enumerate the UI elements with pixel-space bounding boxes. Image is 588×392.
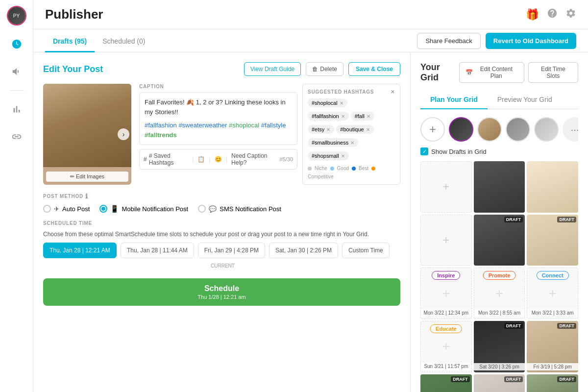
hashtag-tag-fall[interactable]: #fall✕ <box>351 112 374 121</box>
time-slot-0[interactable]: Thu, Jan 28 | 12:21 AM <box>43 243 117 258</box>
tab-preview-your-grid[interactable]: Preview Your Grid <box>488 91 562 109</box>
send-icon: ✈ <box>54 205 59 213</box>
time-slot-1[interactable]: Thu, Jan 28 | 11:44 AM <box>121 243 194 258</box>
edit-post-title: Edit Your Post <box>43 64 103 74</box>
time-slot-3[interactable]: Sat, Jan 30 | 2:26 PM <box>269 243 338 258</box>
custom-time-slot[interactable]: Custom Time <box>342 243 390 258</box>
show-drafts-checkbox[interactable]: ✓ <box>420 147 428 155</box>
grid-cell-4[interactable]: DRAFT <box>527 215 578 266</box>
edit-panel-header: Edit Your Post View Draft Guide 🗑 Delete… <box>43 62 400 76</box>
edit-panel-actions: View Draft Guide 🗑 Delete Save & Close <box>244 62 400 76</box>
draft-badge-6: DRAFT <box>557 323 576 329</box>
story-circle-2[interactable] <box>477 117 502 142</box>
trash-icon: 🗑 <box>312 66 318 73</box>
view-draft-guide-button[interactable]: View Draft Guide <box>244 62 301 76</box>
grid-cell-1[interactable] <box>474 161 525 213</box>
legend-competitive-label: Competitive <box>308 174 334 179</box>
mobile-post-option[interactable]: 📱 Mobile Notification Post <box>99 205 188 213</box>
hashtag-tag-smallbusiness[interactable]: #smallbusiness✕ <box>308 138 358 147</box>
inspire-time: Mon 3/22 | 12:34 pm <box>421 309 471 317</box>
story-circle-1[interactable] <box>449 117 473 142</box>
grid-cell-promote[interactable]: Promote Mon 3/22 | 8:55 am + <box>474 268 525 319</box>
settings-icon[interactable] <box>565 8 576 22</box>
hashtag-tag-boutique[interactable]: #boutique✕ <box>336 125 373 134</box>
current-label: CURRENT <box>43 263 400 269</box>
sidebar-item-link[interactable] <box>8 128 25 146</box>
grid-cell-add-2[interactable]: + <box>420 215 472 266</box>
time-slots: Thu, Jan 28 | 12:21 AM Thu, Jan 28 | 11:… <box>43 243 400 258</box>
grid-cell-6[interactable]: DRAFT Fri 3/19 | 5:28 pm <box>527 321 578 372</box>
revert-dashboard-button[interactable]: Revert to Old Dashboard <box>486 33 576 49</box>
share-feedback-button[interactable]: Share Feedback <box>417 33 480 49</box>
edit-content-plan-button[interactable]: 📅 Edit Content Plan <box>459 62 524 83</box>
draft-badge-7: DRAFT <box>451 376 470 382</box>
grid-header-actions: 📅 Edit Content Plan Edit Time Slots <box>459 62 578 83</box>
delete-button[interactable]: 🗑 Delete <box>306 62 343 76</box>
hashtag-tag-fallfashion[interactable]: #fallfashion✕ <box>308 112 349 121</box>
tab-group: Drafts (95) Scheduled (0) <box>45 29 153 52</box>
edit-time-slots-button[interactable]: Edit Time Slots <box>528 62 578 83</box>
tab-drafts[interactable]: Drafts (95) <box>45 29 95 52</box>
grid-cell-inspire[interactable]: Inspire Mon 3/22 | 12:34 pm + <box>420 268 472 319</box>
story-circle-4[interactable] <box>534 117 559 142</box>
topbar-icons: 🎁 <box>526 8 576 22</box>
grid-cell-8[interactable]: DRAFT Thu 3/18 | 1:21 am <box>474 374 525 392</box>
mobile-post-label: Mobile Notification Post <box>122 205 188 213</box>
sidebar-item-chart[interactable] <box>8 100 25 118</box>
grid-cell-2[interactable] <box>527 161 578 213</box>
scheduled-time-section: SCHEDULED TIME Choose from these optimal… <box>43 220 400 269</box>
connect-time: Mon 3/22 | 3:33 am <box>527 309 578 317</box>
hashtag-shoplocal: #shoplocal <box>229 122 261 129</box>
mobile-post-radio[interactable] <box>99 205 107 213</box>
emoji-button[interactable]: 😊 <box>215 156 222 163</box>
hashtag-tag-shoplocal[interactable]: #shoplocal✕ <box>308 98 347 107</box>
time-slot-2[interactable]: Fri, Jan 29 | 4:28 PM <box>198 243 265 258</box>
story-more-button[interactable]: ··· <box>563 117 578 142</box>
copy-button[interactable]: 📋 <box>197 156 205 163</box>
auto-post-radio[interactable] <box>43 205 51 213</box>
story-circle-3[interactable] <box>506 117 530 142</box>
edit-images-button[interactable]: ✏ Edit Images <box>46 172 128 182</box>
need-caption-button[interactable]: Need Caption Help? <box>231 152 275 166</box>
schedule-button[interactable]: Schedule Thu 1/28 | 12:21 am <box>43 278 400 306</box>
tab-scheduled[interactable]: Scheduled (0) <box>95 29 153 52</box>
sidebar-item-megaphone[interactable] <box>8 63 25 80</box>
image-nav-button[interactable]: › <box>118 128 129 140</box>
sidebar: PY <box>0 0 33 392</box>
hashtag-list: #shoplocal✕ #fallfashion✕ #fall✕ #etsy✕ … <box>308 98 395 163</box>
help-icon[interactable] <box>547 8 558 22</box>
grid-cell-educate[interactable]: Educate Sun 3/21 | 11:57 pm + <box>420 321 472 372</box>
add-story-button[interactable]: + <box>420 117 445 142</box>
grid-cell-add[interactable]: + <box>420 161 472 213</box>
draft-badge-4: DRAFT <box>557 217 576 222</box>
save-close-button[interactable]: Save & Close <box>348 62 400 76</box>
hashtag-tag-etsy[interactable]: #etsy✕ <box>308 125 334 134</box>
draft-badge-8: DRAFT <box>504 376 523 382</box>
calendar-icon: 📅 <box>466 69 473 76</box>
grid-cell-7[interactable]: DRAFT Thu 3/18 | 12:44 pm <box>420 374 472 392</box>
edit-post-panel: Edit Your Post View Draft Guide 🗑 Delete… <box>33 52 411 392</box>
connect-label: Connect <box>537 271 569 280</box>
sidebar-divider <box>9 90 24 91</box>
grid-cell-3[interactable]: DRAFT <box>474 215 525 266</box>
grid-cell-9[interactable]: DRAFT Wed 3/17 | 10:37 am <box>527 374 578 392</box>
close-hashtags-icon[interactable]: ✕ <box>391 89 395 95</box>
hashtag-tag-shopsmall[interactable]: #shopsmall✕ <box>308 151 349 160</box>
show-drafts-label: Show Drafts in Grid <box>431 148 487 155</box>
legend-niche-label: Niche <box>315 166 327 171</box>
plus-icon-promote: + <box>495 286 503 301</box>
topbar: Publisher 🎁 <box>33 0 588 29</box>
grid-cell-connect[interactable]: Connect Mon 3/22 | 3:33 am + <box>527 268 578 319</box>
sidebar-item-publisher[interactable] <box>8 35 25 53</box>
gift-icon[interactable]: 🎁 <box>526 8 539 21</box>
caption-box[interactable]: Fall Favorites! 🍂 1, 2 or 3? Linking the… <box>139 92 297 145</box>
sms-post-radio[interactable] <box>198 205 206 213</box>
info-icon: ℹ <box>85 193 88 200</box>
grid-cell-5[interactable]: DRAFT Sat 3/20 | 3:26 pm <box>474 321 525 372</box>
method-options: ✈ Auto Post 📱 Mobile Notification Post 💬… <box>43 205 400 213</box>
sms-post-option[interactable]: 💬 SMS Notification Post <box>198 205 281 213</box>
avatar[interactable]: PY <box>7 6 26 25</box>
saved-hashtags-button[interactable]: # # Saved Hashtags <box>144 152 188 166</box>
tab-plan-your-grid[interactable]: Plan Your Grid <box>420 91 488 109</box>
auto-post-option[interactable]: ✈ Auto Post <box>43 205 90 213</box>
